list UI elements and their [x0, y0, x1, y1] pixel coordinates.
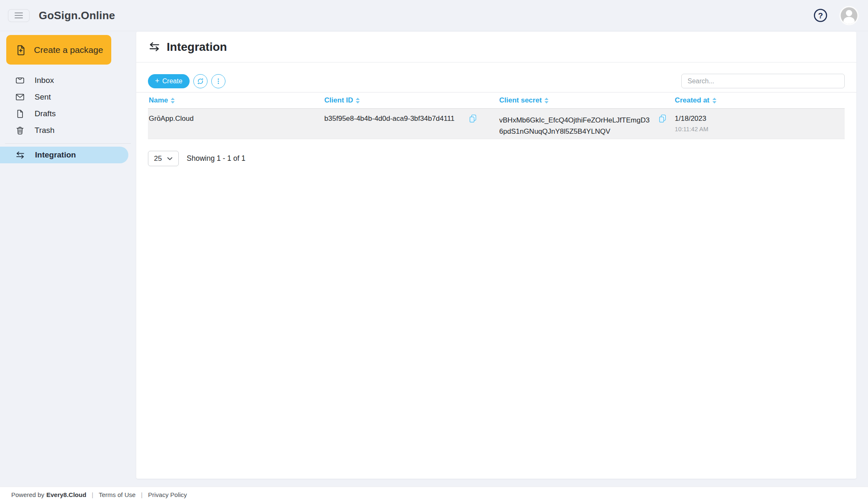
created-time: 10:11:42 AM [675, 126, 845, 132]
sidebar-nav: Inbox Sent Drafts [0, 72, 136, 163]
column-header-client-secret[interactable]: Client secret [498, 96, 674, 105]
app-title: GoSign.Online [39, 9, 115, 22]
cell-client-id: b35f95e8-4b4b-4d0d-aca9-3bf34b7d4111 [323, 109, 498, 139]
sidebar: Create a package Inbox Sent [0, 31, 136, 163]
swap-arrows-icon [15, 150, 25, 160]
sidebar-item-label: Sent [35, 92, 51, 102]
client-secret-value: vBHxMb6GkIc_EfcQ4OjthiFeZOrHeLJfTEmgD36p… [499, 115, 650, 137]
copy-client-secret-button[interactable] [658, 114, 667, 124]
topbar: GoSign.Online ? [0, 0, 868, 31]
footer: Powered by Every8.Cloud | Terms of Use |… [0, 487, 868, 502]
sort-icon [355, 97, 360, 104]
sidebar-item-trash[interactable]: Trash [0, 122, 136, 139]
footer-separator: | [92, 491, 93, 498]
terms-of-use-link[interactable]: Terms of Use [99, 491, 135, 498]
more-options-button[interactable] [211, 74, 225, 88]
copy-icon [468, 114, 478, 124]
refresh-button[interactable] [193, 74, 208, 88]
client-id-value: b35f95e8-4b4b-4d0d-aca9-3bf34b7d4111 [324, 115, 454, 123]
svg-text:?: ? [818, 11, 823, 20]
main-content-card: Integration + Create [136, 32, 856, 479]
plus-icon: + [155, 77, 160, 85]
powered-by-text: Powered by [11, 491, 44, 498]
sidebar-item-sent[interactable]: Sent [0, 89, 136, 105]
table-header-row: Name Client ID Client se [148, 92, 845, 108]
document-icon [15, 109, 25, 119]
cell-name: GrōApp.Cloud [148, 109, 323, 139]
column-header-client-id[interactable]: Client ID [323, 96, 498, 105]
document-plus-icon [15, 44, 27, 56]
sidebar-item-integration[interactable]: Integration [0, 147, 128, 163]
avatar [839, 6, 859, 25]
showing-count-text: Showing 1 - 1 of 1 [187, 154, 245, 163]
create-button-label: Create [163, 77, 183, 85]
vertical-ellipsis-icon [214, 77, 223, 85]
create-package-label: Create a package [34, 45, 103, 55]
sort-icon [712, 97, 717, 104]
sidebar-item-label: Drafts [35, 109, 56, 118]
page-header: Integration [136, 32, 856, 62]
sidebar-item-label: Trash [35, 126, 55, 135]
column-header-name[interactable]: Name [148, 96, 323, 105]
table-row: GrōApp.Cloud b35f95e8-4b4b-4d0d-aca9-3bf… [148, 108, 845, 139]
create-button[interactable]: + Create [148, 74, 190, 88]
page-title: Integration [167, 40, 227, 54]
page-size-value: 25 [154, 155, 162, 163]
hamburger-menu-button[interactable] [8, 9, 30, 22]
cell-created-at: 1/18/2023 10:11:42 AM [674, 109, 845, 139]
brand-link[interactable]: Every8.Cloud [46, 491, 86, 498]
toolbar: + Create [136, 62, 856, 92]
sort-icon [544, 97, 549, 104]
copy-icon [658, 114, 667, 124]
trash-icon [15, 125, 25, 135]
sidebar-item-inbox[interactable]: Inbox [0, 72, 136, 89]
sidebar-item-drafts[interactable]: Drafts [0, 105, 136, 122]
hamburger-icon [14, 12, 24, 19]
sort-icon [170, 97, 175, 104]
cell-client-secret: vBHxMb6GkIc_EfcQ4OjthiFeZOrHeLJfTEmgD36p… [498, 109, 674, 139]
column-header-created-at[interactable]: Created at [674, 96, 845, 105]
sidebar-item-label: Integration [35, 150, 76, 160]
created-date: 1/18/2023 [675, 115, 845, 123]
pagination: 25 Showing 1 - 1 of 1 [136, 139, 856, 166]
inbox-icon [15, 75, 25, 85]
help-button[interactable]: ? [813, 8, 828, 23]
footer-separator: | [141, 491, 143, 498]
sidebar-divider [5, 143, 131, 144]
integrations-table: Name Client ID Client se [136, 92, 856, 139]
swap-arrows-icon [148, 40, 161, 53]
envelope-icon [15, 92, 25, 102]
refresh-icon [196, 77, 205, 85]
help-icon: ? [813, 8, 828, 23]
copy-client-id-button[interactable] [468, 114, 478, 124]
avatar-button[interactable] [839, 6, 859, 25]
chevron-down-icon [167, 157, 173, 160]
create-package-button[interactable]: Create a package [6, 35, 111, 65]
privacy-policy-link[interactable]: Privacy Policy [148, 491, 187, 498]
sidebar-item-label: Inbox [35, 76, 54, 85]
search-input[interactable] [681, 74, 845, 88]
page-size-select[interactable]: 25 [148, 151, 179, 166]
